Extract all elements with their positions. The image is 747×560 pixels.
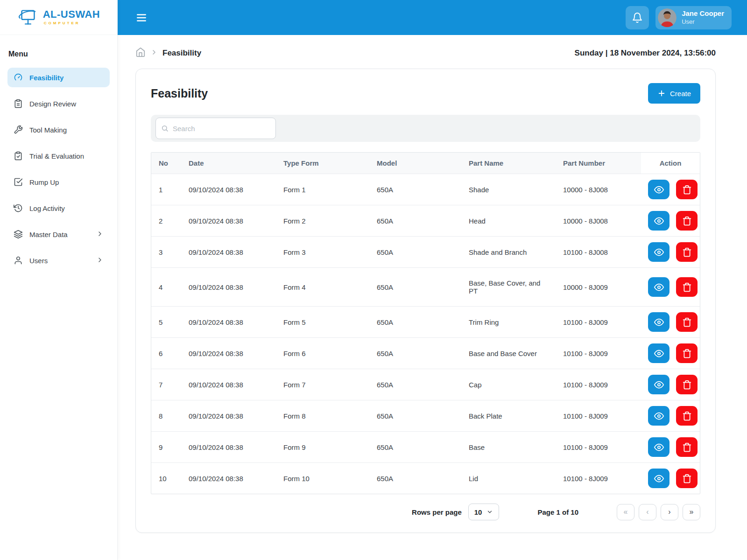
hamburger-menu-button[interactable]: [135, 12, 148, 24]
delete-button[interactable]: [676, 211, 698, 231]
sidebar-item-label: Log Activity: [29, 204, 65, 212]
view-button[interactable]: [648, 242, 669, 262]
cell-no: 3: [151, 237, 181, 268]
cell-no: 6: [151, 338, 181, 369]
table-row: 3 09/10/2024 08:38 Form 3 650A Shade and…: [151, 237, 700, 268]
create-button[interactable]: Create: [648, 83, 700, 104]
table-row: 1 09/10/2024 08:38 Form 1 650A Shade 100…: [151, 174, 700, 205]
page-info: Page 1 of 10: [537, 508, 578, 516]
sidebar-item-label: Tool Making: [29, 126, 67, 134]
sidebar-item-tool-making[interactable]: Tool Making: [7, 120, 110, 140]
view-button[interactable]: [648, 469, 669, 488]
trash-icon: [682, 380, 692, 390]
cell-type-form: Form 3: [276, 237, 369, 268]
cell-action: [641, 205, 700, 237]
user-menu[interactable]: Jane Cooper User: [655, 6, 732, 29]
sidebar-item-users[interactable]: Users: [7, 251, 110, 270]
cell-date: 09/10/2024 08:38: [181, 268, 276, 307]
home-icon: [135, 47, 146, 57]
eye-icon: [654, 185, 664, 195]
search-icon: [161, 125, 169, 132]
chevron-down-icon: [486, 509, 493, 515]
delete-button[interactable]: [676, 437, 698, 457]
delete-button[interactable]: [676, 277, 698, 297]
bell-icon: [632, 12, 643, 23]
cell-date: 09/10/2024 08:38: [181, 369, 276, 400]
chevron-right-icon: [150, 49, 158, 58]
clipboard-list-icon: [14, 99, 23, 108]
table-row: 4 09/10/2024 08:38 Form 4 650A Base, Bas…: [151, 268, 700, 307]
layers-icon: [14, 230, 23, 239]
sidebar-item-master-data[interactable]: Master Data: [7, 224, 110, 244]
cell-type-form: Form 9: [276, 432, 369, 463]
rows-per-page-select[interactable]: 10: [468, 504, 500, 520]
view-button[interactable]: [648, 180, 669, 199]
cell-date: 09/10/2024 08:38: [181, 432, 276, 463]
pagination: Rows per page 10 Page 1 of 10 « ‹ › »: [151, 504, 700, 520]
main-content: Feasibility Sunday | 18 November 2024, 1…: [118, 35, 747, 560]
table-row: 9 09/10/2024 08:38 Form 9 650A Base 1010…: [151, 432, 700, 463]
column-header-part-name: Part Name: [461, 153, 556, 174]
notifications-button[interactable]: [626, 6, 649, 29]
cell-model: 650A: [369, 369, 461, 400]
sidebar-item-log-activity[interactable]: Log Activity: [7, 198, 110, 218]
view-button[interactable]: [648, 343, 669, 363]
prev-page-button[interactable]: ‹: [639, 504, 656, 520]
view-button[interactable]: [648, 406, 669, 426]
cell-part-name: Shade: [461, 174, 556, 205]
first-page-button[interactable]: «: [617, 504, 634, 520]
cell-date: 09/10/2024 08:38: [181, 307, 276, 338]
cell-action: [641, 432, 700, 463]
view-button[interactable]: [648, 312, 669, 332]
cell-date: 09/10/2024 08:38: [181, 400, 276, 432]
cell-part-name: Base and Base Cover: [461, 338, 556, 369]
cell-model: 650A: [369, 338, 461, 369]
sidebar-nav: FeasibilityDesign ReviewTool MakingTrial…: [0, 68, 117, 270]
cell-action: [641, 369, 700, 400]
next-page-button[interactable]: ›: [661, 504, 678, 520]
cell-action: [641, 237, 700, 268]
plus-icon: [657, 89, 666, 98]
hamburger-icon: [135, 12, 148, 24]
trash-icon: [682, 411, 692, 421]
eye-icon: [654, 411, 664, 421]
cell-type-form: Form 6: [276, 338, 369, 369]
cell-part-number: 10100 - 8J008: [556, 237, 641, 268]
sidebar-item-feasibility[interactable]: Feasibility: [7, 68, 110, 87]
eye-icon: [654, 317, 664, 327]
brand-subtitle: COMPUTER: [44, 21, 100, 25]
cell-part-number: 10100 - 8J009: [556, 338, 641, 369]
sidebar-item-rump-up[interactable]: Rump Up: [7, 172, 110, 192]
cell-type-form: Form 5: [276, 307, 369, 338]
view-button[interactable]: [648, 211, 669, 231]
view-button[interactable]: [648, 277, 669, 297]
delete-button[interactable]: [676, 180, 698, 199]
eye-icon: [654, 216, 664, 226]
view-button[interactable]: [648, 375, 669, 394]
home-breadcrumb-link[interactable]: [135, 47, 146, 59]
last-page-button[interactable]: »: [683, 504, 700, 520]
column-header-part-number: Part Number: [556, 153, 641, 174]
search-input[interactable]: [155, 118, 276, 139]
delete-button[interactable]: [676, 312, 698, 332]
filter-bar: [151, 115, 700, 142]
delete-button[interactable]: [676, 343, 698, 363]
sidebar-item-trial-evaluation[interactable]: Trial & Evaluation: [7, 146, 110, 166]
sidebar-item-design-review[interactable]: Design Review: [7, 94, 110, 113]
app-window: AL-USWAH COMPUTER Menu FeasibilityDesign…: [0, 0, 747, 560]
history-icon: [14, 203, 23, 213]
cell-action: [641, 400, 700, 432]
cell-model: 650A: [369, 400, 461, 432]
cell-model: 650A: [369, 174, 461, 205]
delete-button[interactable]: [676, 469, 698, 488]
delete-button[interactable]: [676, 406, 698, 426]
cell-action: [641, 174, 700, 205]
cell-date: 09/10/2024 08:38: [181, 338, 276, 369]
menu-label: Menu: [8, 50, 109, 58]
cell-part-name: Back Plate: [461, 400, 556, 432]
delete-button[interactable]: [676, 375, 698, 394]
eye-icon: [654, 474, 664, 483]
cell-part-number: 10000 - 8J008: [556, 205, 641, 237]
delete-button[interactable]: [676, 242, 698, 262]
view-button[interactable]: [648, 437, 669, 457]
